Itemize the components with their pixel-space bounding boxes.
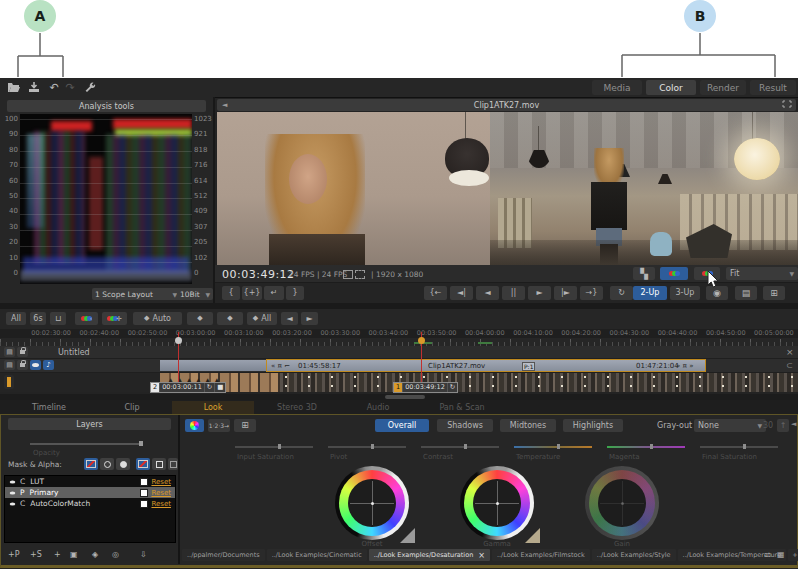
offset-color-wheel[interactable]: [335, 466, 409, 540]
close-track-icon[interactable]: ×: [786, 348, 794, 357]
go-to-start-button[interactable]: {←: [424, 286, 447, 300]
keyframe-all-button[interactable]: ◆All: [247, 312, 277, 325]
audio-mute-icon[interactable]: ♪: [43, 360, 54, 370]
six-seconds-button[interactable]: 6s: [30, 312, 46, 325]
scope-layout-dropdown[interactable]: 1 Scope Layout▼: [92, 288, 180, 300]
node-down-icon[interactable]: ◎: [112, 551, 119, 559]
grade-marker-badge-1[interactable]: 2 00:03:00:11 ↻ ■: [150, 382, 226, 393]
playhead-red-handle[interactable]: [175, 337, 182, 344]
pause-button[interactable]: ||: [502, 286, 525, 300]
magenta-slider[interactable]: [607, 446, 685, 448]
add-look-tab-button[interactable]: +: [788, 549, 798, 561]
open-project-icon[interactable]: [6, 81, 20, 94]
checkerboard-compare-button[interactable]: ▚: [633, 267, 655, 280]
gain-color-wheel[interactable]: [585, 466, 659, 540]
lock-icon[interactable]: [17, 347, 28, 357]
track-type-icon[interactable]: ▤: [4, 347, 15, 357]
keyframe-add-button[interactable]: ◆: [187, 312, 213, 325]
rgb-channels-button[interactable]: [660, 267, 688, 280]
gamma-color-wheel[interactable]: [460, 466, 534, 540]
clip-icons[interactable]: » ¤ »: [676, 362, 693, 370]
analysis-panel-header[interactable]: Analysis tools: [7, 100, 206, 112]
step-back-button[interactable]: ◄|: [450, 286, 473, 300]
look-tab-documents[interactable]: ../ppalmer/Documents: [182, 549, 265, 561]
thumbnail-strip-cafe[interactable]: [280, 373, 798, 392]
redo-icon[interactable]: ↷: [63, 81, 77, 94]
add-primary-button[interactable]: +P: [8, 551, 20, 559]
tab-stereo3d[interactable]: Stereo 3D: [254, 401, 340, 414]
eye-icon[interactable]: [10, 502, 16, 505]
layer-row-primary[interactable]: P Primary Reset: [5, 487, 175, 498]
look-tab-filmstock[interactable]: ../Look Examples/Filmstock: [492, 549, 590, 561]
node-up-icon[interactable]: ◈: [92, 551, 98, 559]
layer-reset-link[interactable]: Reset: [151, 489, 171, 497]
play-reverse-button[interactable]: ◄: [476, 286, 499, 300]
step-forward-button[interactable]: |►: [554, 286, 577, 300]
tab-media[interactable]: Media: [592, 80, 642, 95]
layout-3up-button[interactable]: 3-Up: [670, 286, 700, 300]
grayout-dropdown[interactable]: None▼: [694, 419, 766, 432]
tab-timeline[interactable]: Timeline: [6, 401, 92, 414]
grayout-stepper[interactable]: ↑: [777, 419, 789, 432]
range-midtones-button[interactable]: Midtones: [500, 419, 556, 432]
clip-icons[interactable]: « ¤ ⌐: [271, 362, 290, 370]
auto-shot-match-button[interactable]: 1·2·3→: [208, 419, 230, 432]
grid-view-icon[interactable]: ⊞: [763, 286, 785, 300]
bracket-view-icon[interactable]: ⊔: [50, 312, 66, 325]
lock-icon[interactable]: [17, 360, 28, 370]
scrollbar-thumb[interactable]: [385, 395, 425, 399]
display-mode-icon[interactable]: ▭: [764, 551, 772, 559]
next-keyframe-button[interactable]: ►: [301, 312, 318, 325]
layer-row-autocolormatch[interactable]: C AutoColorMatch Reset: [5, 498, 175, 509]
keyframe-auto-button[interactable]: ◆Auto: [133, 312, 182, 325]
temperature-slider[interactable]: [514, 446, 592, 448]
tab-result[interactable]: Result: [750, 80, 796, 95]
layers-panel-header[interactable]: Layers: [8, 418, 171, 430]
mask-circle-button[interactable]: [100, 458, 114, 470]
range-shadows-button[interactable]: Shadows: [437, 419, 493, 432]
viewer-back-icon[interactable]: ◄: [222, 101, 227, 109]
grade-move-icon[interactable]: ✛: [102, 312, 127, 325]
look-tab-cinematic[interactable]: ../Look Examples/Cinematic: [267, 549, 367, 561]
tab-look[interactable]: Look: [172, 401, 254, 414]
contrast-slider[interactable]: [421, 446, 499, 448]
opacity-slider-handle[interactable]: [139, 441, 143, 446]
mask-invert-button[interactable]: [116, 458, 130, 470]
grade-copy-icon[interactable]: ‹: [75, 312, 98, 325]
mark-in-icon[interactable]: {: [222, 286, 240, 300]
go-to-end-button[interactable]: →}: [580, 286, 603, 300]
layer-checkbox[interactable]: [140, 478, 148, 486]
close-tab-icon[interactable]: ×: [478, 551, 485, 560]
prev-keyframe-button[interactable]: ◄: [281, 312, 298, 325]
play-button[interactable]: ►: [528, 286, 551, 300]
alpha-square2-button[interactable]: [168, 458, 178, 470]
tab-audio[interactable]: Audio: [340, 401, 416, 414]
bit-depth-dropdown[interactable]: 10Bit▼: [177, 288, 213, 300]
collapse-panel-icon[interactable]: ◄: [791, 421, 796, 428]
final-saturation-slider[interactable]: [700, 446, 778, 448]
fullscreen-icon[interactable]: [782, 100, 792, 110]
mark-clip-icon[interactable]: {+}: [242, 286, 262, 300]
range-highlights-button[interactable]: Highlights: [563, 419, 623, 432]
duplicate-icon[interactable]: ▣: [70, 551, 78, 559]
layer-reset-link[interactable]: Reset: [151, 478, 171, 486]
pivot-slider[interactable]: [328, 446, 406, 448]
keyframe-add2-button[interactable]: ◆: [217, 312, 243, 325]
tab-clip[interactable]: Clip: [92, 401, 172, 414]
opacity-slider[interactable]: [30, 443, 143, 445]
alpha-square-button[interactable]: [152, 458, 166, 470]
filmstrip-icon[interactable]: ▤: [735, 286, 757, 300]
mask-none-button[interactable]: [84, 458, 98, 470]
eye-icon[interactable]: [10, 480, 16, 483]
mark-out-icon[interactable]: }: [286, 286, 304, 300]
return-icon[interactable]: ↵: [264, 286, 284, 300]
layer-checkbox[interactable]: [140, 489, 148, 497]
range-overall-button[interactable]: Overall: [375, 419, 429, 432]
playhead-orange-handle[interactable]: [418, 337, 425, 344]
input-saturation-slider[interactable]: [235, 446, 313, 448]
tick-strip[interactable]: [0, 338, 798, 346]
show-all-button[interactable]: All: [6, 312, 26, 325]
grid-mode-button[interactable]: ⊞: [234, 419, 256, 432]
loop-button[interactable]: ↻: [610, 286, 633, 300]
zoom-fit-dropdown[interactable]: Fit▼: [726, 267, 798, 280]
